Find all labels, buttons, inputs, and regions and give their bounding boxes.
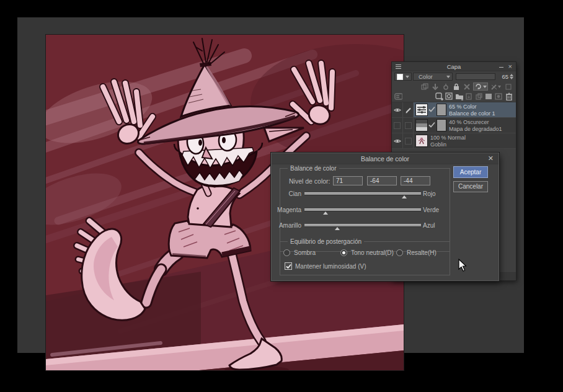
lock-layer-icon[interactable] xyxy=(452,82,460,91)
editing-target-pencil-icon[interactable] xyxy=(403,102,414,117)
level-input-1[interactable]: 71 xyxy=(333,176,363,185)
level-input-3[interactable]: -44 xyxy=(401,176,430,185)
pen-settings-icon[interactable] xyxy=(490,82,502,91)
chevron-down-icon xyxy=(446,76,450,78)
slider-thumb[interactable] xyxy=(402,195,407,198)
slider-label-red: Rojo xyxy=(423,190,436,197)
opacity-slider[interactable] xyxy=(456,73,495,80)
radio-label: Tono neutral(D) xyxy=(351,249,394,256)
group-label: Equilibrio de postergación xyxy=(288,238,364,245)
visibility-eye-icon[interactable] xyxy=(392,102,403,117)
layer-mask-thumbnail[interactable] xyxy=(437,104,446,116)
reference-layer-icon[interactable] xyxy=(463,82,471,91)
slider-thumb[interactable] xyxy=(323,212,328,215)
layer-type-dropdown[interactable] xyxy=(394,73,412,81)
chevron-down-icon xyxy=(483,86,487,88)
panel-minimize-icon[interactable] xyxy=(499,67,503,68)
radio-midtones[interactable] xyxy=(340,249,347,256)
editing-target-empty[interactable] xyxy=(403,118,414,133)
visibility-eye-empty[interactable] xyxy=(392,118,403,133)
preserve-luminosity-checkbox[interactable] xyxy=(285,262,292,270)
layer-thumbnail-adjustment[interactable] xyxy=(415,104,428,116)
editing-target-empty[interactable] xyxy=(403,133,414,148)
layer-name: Mapa de degradado1 xyxy=(449,126,502,132)
ruler-mode-button[interactable] xyxy=(473,82,488,91)
delete-layer-icon[interactable] xyxy=(505,92,513,100)
layer-name: Goblin xyxy=(430,141,466,148)
slider-label-cyan: Cian xyxy=(273,190,301,197)
layer-blend-info: 100 % Normal xyxy=(430,135,466,141)
slider-label-yellow: Amarillo xyxy=(273,222,301,229)
layer-mask-thumbnail[interactable] xyxy=(437,119,446,131)
new-layer-icon[interactable] xyxy=(435,92,443,100)
radio-label: Resalte(H) xyxy=(407,249,437,256)
layer-thumbnail-gradient[interactable] xyxy=(415,119,428,131)
radio-highlights[interactable] xyxy=(396,249,403,256)
dialog-title: Balance de color xyxy=(272,155,499,163)
yellow-blue-slider[interactable] xyxy=(304,224,421,226)
layer-row-gradient-map[interactable]: 40 % Oscurecer Mapa de degradado1 xyxy=(392,118,516,133)
slider-label-green: Verde xyxy=(423,207,439,213)
layer-row-balance[interactable]: 65 % Color Balance de color 1 xyxy=(392,102,516,118)
slider-thumb[interactable] xyxy=(335,227,340,230)
layer-panel-title: Capa xyxy=(392,63,516,70)
layer-list: 65 % Color Balance de color 1 40 % Oscur… xyxy=(392,102,516,149)
clip-to-layer-icon[interactable] xyxy=(420,82,428,91)
magenta-green-slider[interactable] xyxy=(304,208,421,211)
radio-shadow[interactable] xyxy=(283,249,290,256)
layer-name: Balance de color 1 xyxy=(449,110,495,117)
transfer-layer-icon[interactable] xyxy=(465,92,473,100)
application-window: Capa × Color 65 xyxy=(0,0,563,392)
new-adjustment-layer-icon[interactable] xyxy=(445,92,453,100)
dialog-close-icon[interactable]: ✕ xyxy=(488,154,494,163)
slider-label-magenta: Magenta xyxy=(273,207,301,213)
blend-mode-dropdown[interactable]: Color xyxy=(413,73,453,81)
layer-color-icon[interactable] xyxy=(504,82,512,91)
dialog-titlebar[interactable]: Balance de color ✕ xyxy=(272,153,499,164)
group-label: Balance de color xyxy=(288,165,339,172)
slider-label-blue: Azul xyxy=(423,222,435,229)
mask-icon[interactable] xyxy=(485,92,493,100)
layer-blend-info: 65 % Color xyxy=(449,104,495,110)
radio-label: Sombra xyxy=(294,249,316,256)
merge-layer-icon[interactable] xyxy=(475,92,483,100)
panel-close-icon[interactable]: × xyxy=(508,62,512,71)
new-folder-icon[interactable] xyxy=(455,92,463,100)
chevron-down-icon xyxy=(406,76,409,78)
level-input-2[interactable]: -64 xyxy=(367,176,397,185)
layer-panel-titlebar[interactable]: Capa × xyxy=(392,62,516,71)
layer-mask-icon[interactable] xyxy=(495,92,503,100)
opacity-stepper[interactable] xyxy=(510,73,514,80)
mouse-cursor xyxy=(458,259,467,275)
blend-mode-value: Color xyxy=(419,73,433,80)
tone-balance-group: Equilibrio de postergación xyxy=(280,241,450,275)
layer-property-icon[interactable] xyxy=(394,92,402,100)
checkbox-label: Mantener luminosidad (V) xyxy=(295,263,366,270)
lock-transparency-icon[interactable] xyxy=(441,82,450,91)
cyan-red-slider[interactable] xyxy=(304,192,421,195)
check-icon xyxy=(428,106,435,114)
cancel-button[interactable]: Cancelar xyxy=(453,181,488,192)
visibility-eye-icon[interactable] xyxy=(392,133,403,148)
opacity-value: 65 xyxy=(499,73,508,80)
layer-blend-info: 40 % Oscurecer xyxy=(449,119,502,125)
layer-row-goblin[interactable]: 100 % Normal Goblin xyxy=(392,133,516,149)
check-icon xyxy=(428,122,435,129)
transfer-down-icon[interactable] xyxy=(431,82,439,91)
layer-type-icon xyxy=(397,74,403,80)
level-label: Nivel de color: xyxy=(289,177,330,185)
layer-thumbnail-artwork[interactable] xyxy=(415,135,428,147)
accept-button[interactable]: Aceptar xyxy=(453,166,488,178)
